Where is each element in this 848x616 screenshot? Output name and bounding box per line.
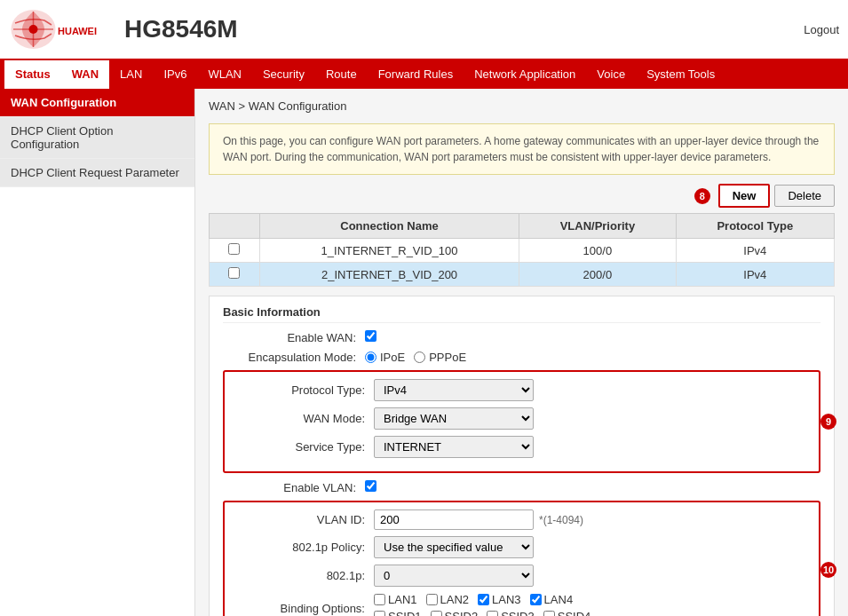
encapsulation-label: Encapsulation Mode:: [223, 351, 365, 364]
ssid1-label: SSID1: [388, 610, 422, 616]
wan-mode-row: WAN Mode: Bridge WAN Route WAN: [232, 407, 812, 430]
ssid4-option[interactable]: SSID4: [543, 610, 591, 616]
table-actions: 8 New Delete: [209, 184, 835, 208]
table-row[interactable]: 2_INTERNET_B_VID_200 200/0 IPv4: [210, 263, 835, 287]
ssid3-checkbox[interactable]: [487, 611, 498, 616]
ssid2-label: SSID2: [445, 610, 479, 616]
lan3-label: LAN3: [492, 593, 521, 606]
content-area: WAN > WAN Configuration On this page, yo…: [195, 89, 848, 616]
service-type-select[interactable]: INTERNET: [374, 436, 534, 458]
wan-mode-control: Bridge WAN Route WAN: [374, 407, 812, 430]
svg-point-1: [29, 25, 38, 34]
vlan-id-input[interactable]: 200: [374, 509, 534, 530]
pppoe-radio[interactable]: [414, 351, 425, 363]
nav-item-ipv6[interactable]: IPv6: [153, 60, 197, 89]
row1-connection-name: 1_INTERNET_R_VID_100: [259, 239, 519, 263]
lan2-checkbox[interactable]: [426, 594, 438, 605]
nav-item-system-tools[interactable]: System Tools: [636, 60, 725, 89]
ssid-options: SSID1 SSID2 SSID3 SSID4: [374, 610, 812, 616]
table-row[interactable]: 1_INTERNET_R_VID_100 100/0 IPv4: [210, 239, 835, 263]
main-layout: WAN Configuration DHCP Client Option Con…: [0, 89, 848, 616]
lan1-checkbox[interactable]: [374, 594, 385, 605]
policy-802-label: 802.1p Policy:: [232, 541, 374, 554]
lan3-option[interactable]: LAN3: [478, 593, 521, 606]
protocol-type-select[interactable]: IPv4: [374, 379, 534, 401]
enable-vlan-row: Enable VLAN:: [223, 480, 820, 494]
ssid1-option[interactable]: SSID1: [374, 610, 422, 616]
lan2-label: LAN2: [440, 593, 470, 606]
annotation-badge-9: 9: [820, 414, 836, 430]
nav-item-route[interactable]: Route: [315, 60, 368, 89]
huawei-logo: [9, 7, 58, 51]
vlan-id-label: VLAN ID:: [232, 513, 374, 526]
col-vlan-priority: VLAN/Priority: [519, 214, 676, 239]
p802-control: 0: [374, 565, 812, 587]
nav-item-voice[interactable]: Voice: [586, 60, 636, 89]
protocol-wan-highlight: Protocol Type: IPv4 WAN Mode: Bridge WAN: [223, 370, 820, 473]
ssid4-checkbox[interactable]: [543, 611, 555, 616]
enable-wan-row: Enable WAN:: [223, 330, 820, 344]
new-button[interactable]: New: [718, 184, 771, 208]
wan-mode-select[interactable]: Bridge WAN Route WAN: [374, 407, 534, 430]
col-checkbox: [210, 214, 260, 239]
basic-info-section: Basic Information Enable WAN: Encapsulat…: [209, 296, 835, 616]
service-type-label: Service Type:: [232, 440, 374, 454]
enable-vlan-checkbox[interactable]: [365, 480, 376, 492]
breadcrumb: WAN > WAN Configuration: [209, 96, 835, 116]
wan-table: Connection Name VLAN/Priority Protocol T…: [209, 213, 835, 287]
enable-wan-checkbox[interactable]: [365, 330, 376, 342]
lan1-option[interactable]: LAN1: [374, 593, 417, 606]
nav-item-security[interactable]: Security: [252, 60, 315, 89]
policy-802-control: Use the specified value Remarked by uppe…: [374, 536, 812, 558]
wan-mode-label: WAN Mode:: [232, 412, 374, 425]
protocol-type-control: IPv4: [374, 379, 812, 401]
pppoe-option[interactable]: PPPoE: [414, 351, 466, 364]
delete-button[interactable]: Delete: [774, 185, 835, 207]
logout-button[interactable]: Logout: [804, 23, 839, 36]
lan4-label: LAN4: [544, 593, 574, 606]
nav-item-forward-rules[interactable]: Forward Rules: [368, 60, 464, 89]
basic-info-title: Basic Information: [223, 305, 820, 323]
p802-label: 802.1p:: [232, 569, 374, 582]
nav-item-network-application[interactable]: Network Application: [464, 60, 586, 89]
row2-checkbox[interactable]: [228, 267, 240, 279]
lan3-checkbox[interactable]: [478, 594, 489, 605]
ssid3-option[interactable]: SSID3: [487, 610, 535, 616]
nav-item-status[interactable]: Status: [4, 60, 61, 89]
brand-name: HUAWEI: [58, 26, 97, 36]
enable-wan-control: [365, 330, 820, 344]
ipoe-radio[interactable]: [365, 351, 376, 363]
binding-control: LAN1 LAN2 LAN3 LAN4 SSID1 SSID2 SSID3 SS…: [374, 593, 812, 616]
protocol-type-label: Protocol Type:: [232, 383, 374, 397]
service-type-control: INTERNET: [374, 436, 812, 458]
ssid1-checkbox[interactable]: [374, 611, 385, 616]
nav-bar: Status WAN LAN IPv6 WLAN Security Route …: [0, 60, 848, 89]
p802-select[interactable]: 0: [374, 565, 534, 587]
binding-label: Binding Options:: [232, 602, 374, 615]
model-title: HG8546M: [124, 15, 804, 43]
policy-802-select[interactable]: Use the specified value Remarked by uppe…: [374, 536, 534, 558]
enable-vlan-label: Enable VLAN:: [223, 481, 365, 494]
ipoe-option[interactable]: IPoE: [365, 351, 405, 364]
sidebar-item-dhcp-request[interactable]: DHCP Client Request Parameter: [0, 159, 194, 187]
nav-item-lan[interactable]: LAN: [109, 60, 153, 89]
lan4-option[interactable]: LAN4: [530, 593, 574, 606]
encapsulation-row: Encapsulation Mode: IPoE PPPoE: [223, 351, 820, 364]
ssid3-label: SSID3: [501, 610, 535, 616]
sidebar-item-dhcp-option[interactable]: DHCP Client Option Configuration: [0, 117, 194, 159]
col-protocol-type: Protocol Type: [676, 214, 834, 239]
policy-802-row: 802.1p Policy: Use the specified value R…: [232, 536, 812, 558]
sidebar-item-wan-configuration[interactable]: WAN Configuration: [0, 89, 194, 117]
pppoe-label: PPPoE: [429, 351, 466, 364]
ssid2-option[interactable]: SSID2: [431, 610, 479, 616]
nav-item-wan[interactable]: WAN: [61, 60, 109, 89]
service-type-row: Service Type: INTERNET: [232, 436, 812, 458]
encapsulation-control: IPoE PPPoE: [365, 351, 820, 364]
annotation-badge-8: 8: [694, 188, 710, 204]
lan4-checkbox[interactable]: [530, 594, 542, 605]
nav-item-wlan[interactable]: WLAN: [197, 60, 252, 89]
ssid2-checkbox[interactable]: [431, 611, 442, 616]
lan2-option[interactable]: LAN2: [426, 593, 470, 606]
binding-row: Binding Options: LAN1 LAN2 LAN3 LAN4 SSI…: [232, 593, 812, 616]
row1-checkbox[interactable]: [228, 243, 240, 255]
